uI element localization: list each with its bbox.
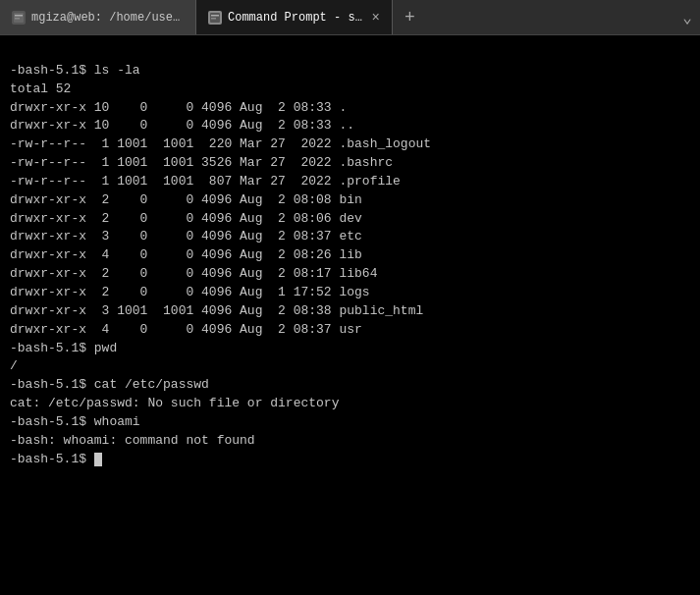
tab-label-command-prompt: Command Prompt - ssh app@ bbox=[228, 11, 366, 25]
tab-label-mgiza: mgiza@web: /home/users/app bbox=[31, 11, 184, 25]
tab-menu-button[interactable]: ⌄ bbox=[674, 0, 700, 34]
svg-rect-4 bbox=[211, 15, 219, 17]
tab-command-prompt[interactable]: Command Prompt - ssh app@ × bbox=[196, 0, 393, 34]
tab-icon-command-prompt bbox=[208, 11, 222, 25]
tab-mgiza[interactable]: mgiza@web: /home/users/app bbox=[0, 0, 196, 34]
terminal-cursor bbox=[94, 453, 102, 466]
svg-rect-2 bbox=[15, 18, 20, 20]
svg-rect-5 bbox=[211, 18, 216, 20]
tab-close-button[interactable]: × bbox=[372, 10, 380, 26]
tab-icon-mgiza bbox=[12, 11, 26, 25]
terminal-output: -bash-5.1$ ls -la total 52 drwxr-xr-x 10… bbox=[0, 35, 700, 595]
tab-bar: mgiza@web: /home/users/app Command Promp… bbox=[0, 0, 700, 35]
new-tab-button[interactable]: + bbox=[393, 0, 427, 34]
svg-rect-1 bbox=[15, 15, 23, 17]
terminal-line-1: -bash-5.1$ ls -la total 52 drwxr-xr-x 10… bbox=[10, 63, 431, 466]
